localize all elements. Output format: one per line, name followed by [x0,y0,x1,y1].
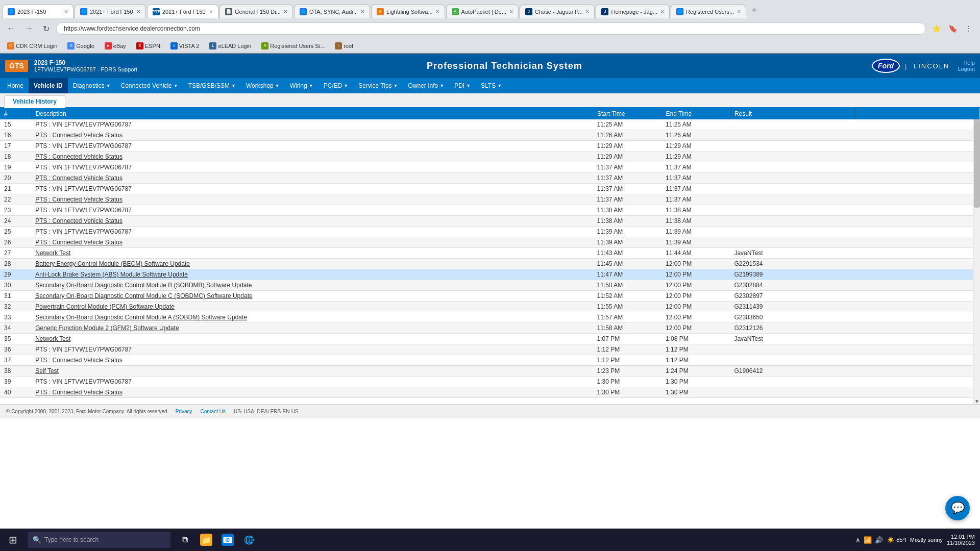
scrollbar[interactable]: ▲ ▼ [973,108,980,404]
nav-connected-vehicle[interactable]: Connected Vehicle ▼ [116,78,183,93]
bookmark-ebay[interactable]: e eBay [102,41,129,51]
forward-button[interactable]: → [21,21,36,36]
cell-extra [855,141,980,152]
cell-desc[interactable]: Secondary On-Board Diagnostic Control Mo… [31,280,593,291]
cell-desc[interactable]: Powertrain Control Module (PCM) Software… [31,302,593,312]
cell-desc[interactable]: Generic Function Module 2 (GFM2) Softwar… [31,323,593,334]
footer-contact[interactable]: Contact Us [200,409,225,414]
cell-desc[interactable]: Network Test [31,334,593,344]
bookmark-icon[interactable]: 🔖 [945,21,960,36]
cell-desc[interactable]: Secondary On-Board Diagnostic Control Mo… [31,312,593,323]
nav-owner-info[interactable]: Owner Info ▼ [403,78,450,93]
bookmark-elead[interactable]: L eLEAD Login [206,41,254,51]
tab-registered-users[interactable]: 🌐 Registered Users... × [671,4,746,18]
taskbar-files[interactable]: 📁 [196,529,216,551]
tab-label-5: OTA, SYNC, Audi... [309,9,358,15]
tab-label-1: 2023 F-150 [17,9,46,15]
tab-close-7[interactable]: × [506,8,513,15]
tab-close-5[interactable]: × [358,8,364,15]
reload-button[interactable]: ↻ [39,21,53,36]
table-row: 29Anti-Lock Brake System (ABS) Module So… [0,269,980,280]
tab-2021-ford-2[interactable]: PTS 2021+ Ford F150 × [147,4,218,18]
bookmark-cdk[interactable]: C CDK CRM Login [4,41,60,51]
taskbar-taskview[interactable]: ⧉ [175,529,195,551]
bookmark-registered-users[interactable]: R Registered Users Si... [258,41,328,51]
extension-icon[interactable]: ⭐ [929,21,943,36]
table-row: 30Secondary On-Board Diagnostic Control … [0,280,980,291]
cell-desc[interactable]: Battery Energy Control Module (BECM) Sof… [31,259,593,269]
bookmark-google[interactable]: G Google [64,41,97,51]
nav-pced[interactable]: PC/ED ▼ [318,78,354,93]
nav-tsb[interactable]: TSB/GSB/SSM ▼ [183,78,241,93]
help-link[interactable]: Help [958,60,975,66]
cell-start: 11:57 AM [593,312,661,323]
footer-privacy[interactable]: Privacy [176,409,192,414]
chat-button[interactable]: 💬 [945,496,970,520]
tab-close-4[interactable]: × [281,8,287,15]
bookmark-roof[interactable]: r roof [332,41,356,51]
cell-end: 12:00 PM [662,323,730,334]
tab-autopacket[interactable]: A AutoPacket | De... × [446,4,519,18]
cell-desc[interactable]: PTS : Connected Vehicle Status [31,216,593,227]
tab-close-10[interactable]: × [734,8,741,15]
cell-desc[interactable]: PTS : Connected Vehicle Status [31,355,593,366]
nav-vehicle-id[interactable]: Vehicle ID [29,78,68,93]
tab-ota-sync[interactable]: 🌐 OTA, SYNC, Audi... × [294,4,370,18]
tab-close-6[interactable]: × [433,8,439,15]
scroll-down-btn[interactable]: ▼ [973,398,980,404]
tab-close-8[interactable]: × [582,8,589,15]
tab-lightning[interactable]: ⚡ Lightning Softwa... × [371,4,445,18]
tab-close-1[interactable]: × [61,8,68,15]
nav-diagnostics[interactable]: Diagnostics ▼ [68,78,116,93]
nav-workshop[interactable]: Workshop ▼ [241,78,285,93]
table-row: 34Generic Function Module 2 (GFM2) Softw… [0,323,980,334]
address-bar[interactable]: https://www.fordtechservice.dealerconnec… [56,22,926,35]
content-tabs: Vehicle History [0,93,980,108]
table-row: 18PTS : Connected Vehicle Status11:29 AM… [0,152,980,162]
cell-desc[interactable]: PTS : Connected Vehicle Status [31,152,593,162]
nav-service-tips[interactable]: Service Tips ▼ [353,78,403,93]
nav-slts[interactable]: SLTS ▼ [476,78,507,93]
nav-home-label: Home [7,82,23,89]
start-button[interactable]: ⊞ [0,529,26,551]
cell-desc[interactable]: PTS : Connected Vehicle Status [31,130,593,141]
scroll-thumb[interactable] [974,116,980,208]
tab-chase-jaguar[interactable]: J Chase - Jaguar P... × [520,4,595,18]
table-container[interactable]: # Description Start Time End Time Result… [0,108,980,404]
cell-desc[interactable]: PTS : Connected Vehicle Status [31,237,593,248]
taskbar-chrome[interactable]: 🌐 [239,529,259,551]
nav-pdi[interactable]: PDI ▼ [449,78,476,93]
footer-copyright: © Copyright 2000, 2001-2023, Ford Motor … [6,409,167,414]
new-tab-button[interactable]: + [747,5,761,16]
cell-desc[interactable]: PTS : Connected Vehicle Status [31,387,593,398]
bookmark-espn[interactable]: E ESPN [133,41,163,51]
tab-general-f150[interactable]: 📄 General F150 Di... × [219,4,293,18]
cell-extra [855,152,980,162]
tab-vehicle-history[interactable]: Vehicle History [4,95,65,108]
tab-2023-f150[interactable]: 🌐 2023 F-150 × [2,4,74,18]
search-bar[interactable]: 🔍 Type here to search [28,532,170,548]
logout-link[interactable]: Logout [958,66,975,72]
back-button[interactable]: ← [4,21,18,36]
cell-desc[interactable]: Anti-Lock Brake System (ABS) Module Soft… [31,269,593,280]
cell-desc[interactable]: PTS : Connected Vehicle Status [31,173,593,184]
col-desc: Description [31,108,593,119]
cell-end: 11:44 AM [662,248,730,259]
tab-close-3[interactable]: × [206,8,213,15]
nav-wiring[interactable]: Wiring ▼ [285,78,318,93]
cell-desc[interactable]: Network Test [31,248,593,259]
cell-desc[interactable]: Secondary On-Board Diagnostic Control Mo… [31,291,593,302]
bookmark-vista2[interactable]: V VISTA 2 [167,41,203,51]
settings-icon[interactable]: ⋮ [962,21,976,36]
cell-desc[interactable]: Self Test [31,366,593,377]
tab-homepage-jag[interactable]: J Homepage - Jag... × [596,4,670,18]
cell-extra [855,205,980,216]
taskbar-outlook[interactable]: 📧 [217,529,238,551]
tab-close-9[interactable]: × [657,8,664,15]
cell-result: JavaNTest [730,248,855,259]
nav-home[interactable]: Home [2,78,29,93]
cell-desc[interactable]: PTS : Connected Vehicle Status [31,194,593,205]
tab-close-2[interactable]: × [134,8,140,15]
tray-expand-icon[interactable]: ∧ [855,536,861,544]
tab-2021-ford-1[interactable]: 🌐 2021+ Ford F150 × [75,4,146,18]
